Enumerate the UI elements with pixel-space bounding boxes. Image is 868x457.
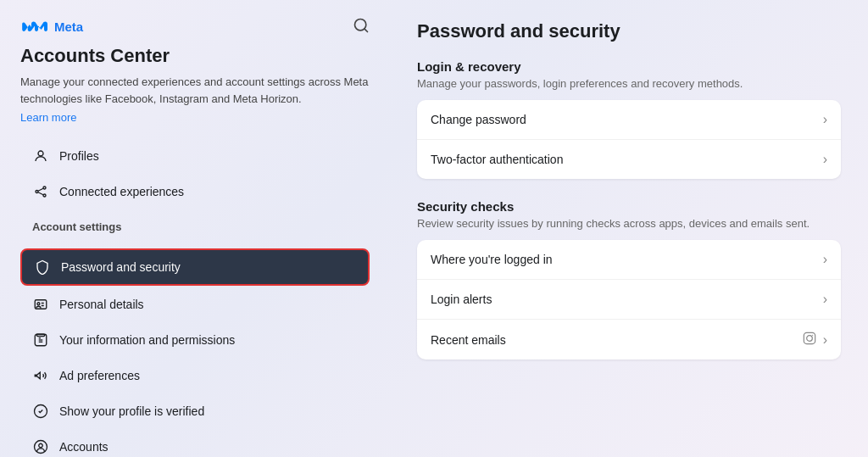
- account-settings-nav: Password and security Personal details: [20, 248, 370, 457]
- security-checks-desc: Review security issues by running checks…: [417, 217, 841, 230]
- svg-point-19: [806, 336, 812, 342]
- recent-emails-label: Recent emails: [431, 333, 506, 347]
- svg-line-1: [364, 29, 368, 32]
- change-password-label: Change password: [431, 113, 526, 126]
- sidebar-header: Meta: [20, 17, 370, 36]
- id-card-icon: [32, 296, 49, 313]
- password-security-label: Password and security: [61, 260, 181, 274]
- connected-label: Connected experiences: [59, 185, 184, 198]
- learn-more-link[interactable]: Learn more: [20, 111, 76, 124]
- accounts-center-title: Accounts Center: [20, 45, 370, 67]
- chevron-right-icon: ›: [823, 292, 827, 307]
- svg-rect-18: [804, 332, 815, 343]
- login-recovery-section: Login & recovery Manage your passwords, …: [417, 59, 841, 179]
- shield-icon: [34, 259, 51, 276]
- sidebar-item-password-security[interactable]: Password and security: [20, 248, 370, 286]
- svg-line-6: [38, 188, 43, 191]
- info-icon: [32, 332, 49, 348]
- svg-point-20: [812, 335, 813, 336]
- security-checks-section: Security checks Review security issues b…: [417, 199, 841, 359]
- megaphone-icon: [32, 367, 49, 384]
- two-factor-item[interactable]: Two-factor authentication ›: [417, 140, 841, 179]
- profiles-label: Profiles: [59, 149, 99, 163]
- chevron-right-icon: ›: [823, 152, 827, 167]
- svg-point-5: [43, 194, 46, 197]
- login-recovery-title: Login & recovery: [417, 59, 841, 74]
- sidebar-item-ad-preferences[interactable]: Ad preferences: [20, 359, 370, 393]
- login-recovery-desc: Manage your passwords, login preferences…: [417, 77, 841, 90]
- chevron-right-icon: ›: [823, 332, 827, 348]
- accounts-label: Accounts: [59, 440, 108, 454]
- sidebar: Meta Accounts Center Manage your connect…: [0, 0, 390, 457]
- sidebar-item-personal-details[interactable]: Personal details: [20, 287, 370, 321]
- svg-rect-14: [37, 334, 45, 336]
- recent-emails-right: ›: [803, 332, 827, 348]
- login-alerts-chevron: ›: [823, 292, 827, 307]
- svg-point-2: [38, 151, 43, 156]
- verified-label: Show your profile is verified: [59, 404, 204, 418]
- accounts-center-desc: Manage your connected experiences and ac…: [20, 74, 370, 107]
- login-recovery-card: Change password › Two-factor authenticat…: [417, 100, 841, 179]
- svg-point-4: [43, 187, 46, 189]
- person-icon: [32, 148, 49, 164]
- where-logged-in-item[interactable]: Where you're logged in ›: [417, 240, 841, 280]
- your-information-label: Your information and permissions: [59, 333, 235, 347]
- verified-icon: [32, 403, 49, 420]
- security-checks-card: Where you're logged in › Login alerts › …: [417, 240, 841, 359]
- ad-preferences-label: Ad preferences: [59, 369, 140, 382]
- connected-icon: [32, 183, 49, 200]
- where-logged-in-label: Where you're logged in: [431, 253, 553, 266]
- svg-line-7: [38, 192, 43, 195]
- accounts-icon: [32, 438, 49, 455]
- where-logged-in-chevron: ›: [823, 252, 827, 267]
- change-password-item[interactable]: Change password ›: [417, 100, 841, 140]
- chevron-right-icon: ›: [823, 112, 827, 127]
- sidebar-item-accounts[interactable]: Accounts: [20, 430, 370, 457]
- personal-details-label: Personal details: [59, 298, 144, 311]
- svg-point-3: [36, 191, 38, 193]
- main-content: Password and security Login & recovery M…: [390, 0, 868, 457]
- two-factor-label: Two-factor authentication: [431, 153, 563, 166]
- svg-point-9: [37, 303, 40, 305]
- search-icon[interactable]: [353, 17, 370, 36]
- meta-logo: Meta: [20, 20, 83, 34]
- sidebar-item-connected[interactable]: Connected experiences: [20, 175, 370, 209]
- sidebar-item-your-information[interactable]: Your information and permissions: [20, 323, 370, 357]
- chevron-right-icon: ›: [823, 252, 827, 267]
- sidebar-item-verified[interactable]: Show your profile is verified: [20, 394, 370, 428]
- login-alerts-item[interactable]: Login alerts ›: [417, 280, 841, 320]
- instagram-icon: [803, 332, 816, 348]
- page-title: Password and security: [417, 20, 841, 42]
- change-password-chevron: ›: [823, 112, 827, 127]
- recent-emails-item[interactable]: Recent emails ›: [417, 320, 841, 359]
- meta-label: Meta: [54, 20, 83, 34]
- two-factor-chevron: ›: [823, 152, 827, 167]
- top-nav: Profiles Connected experiences: [20, 139, 370, 209]
- login-alerts-label: Login alerts: [431, 293, 492, 306]
- security-checks-title: Security checks: [417, 199, 841, 214]
- sidebar-item-profiles[interactable]: Profiles: [20, 139, 370, 173]
- svg-point-16: [35, 441, 47, 454]
- svg-point-17: [39, 443, 43, 448]
- account-settings-label: Account settings: [32, 220, 358, 233]
